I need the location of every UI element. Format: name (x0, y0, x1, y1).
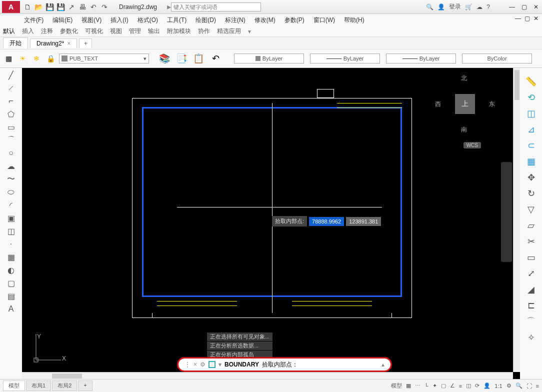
cmdline-expand-icon[interactable]: ▴ (382, 361, 384, 368)
login-link[interactable]: 登录 (449, 2, 461, 11)
menu-insert[interactable]: 插入(I) (110, 16, 128, 24)
cmdline-toggle-icon[interactable]: ⋮ (184, 361, 190, 368)
tab-current[interactable]: Drawing2*× (30, 38, 77, 48)
layer-dropdown[interactable]: PUB_TEXT▾ (59, 54, 149, 64)
ribbon-tab-visualize[interactable]: 可视化 (85, 27, 103, 36)
open-icon[interactable]: 📂 (34, 2, 43, 12)
app-logo[interactable]: A (2, 1, 20, 13)
close-button[interactable]: ✕ (532, 4, 540, 10)
status-annotation-icon[interactable]: 👤 (484, 382, 490, 389)
menu-help[interactable]: 帮助(H) (344, 16, 364, 24)
status-lwt-icon[interactable]: ≡ (459, 383, 462, 389)
command-line[interactable]: ⋮ × ⚙ ▾ BOUNDARY 拾取内部点： ▴ (177, 357, 392, 372)
scale-tool[interactable]: ⤢ (526, 268, 536, 279)
polygon-tool[interactable]: ⬠ (6, 109, 16, 119)
status-polar-icon[interactable]: ✦ (432, 382, 437, 389)
scissors-tool[interactable]: ✂ (526, 236, 536, 247)
save-icon[interactable]: 💾 (45, 2, 54, 12)
block-tool[interactable]: ◫ (6, 226, 16, 236)
cmdline-dropdown-icon[interactable]: ▾ (218, 361, 222, 368)
ribbon-expand-icon[interactable]: ▾ (248, 28, 251, 35)
status-ortho-icon[interactable]: └ (424, 383, 428, 389)
ellipsearc-tool[interactable]: ◜ (6, 200, 16, 210)
status-customize-icon[interactable]: ≡ (536, 383, 539, 389)
rectangle-array-tool[interactable]: ▦ (526, 156, 536, 167)
status-max-icon[interactable]: ⛶ (526, 383, 532, 389)
layer-on-icon[interactable]: ☀ (17, 53, 28, 64)
polyline-tool[interactable]: ⌐ (6, 96, 16, 106)
hatch-tool[interactable]: ▦ (6, 252, 16, 262)
circle-tool[interactable]: ○ (6, 148, 16, 158)
linetype-dropdown[interactable]: ByLayer (310, 54, 380, 64)
text-tool[interactable]: A (6, 304, 16, 314)
new-icon[interactable]: 🗋 (23, 2, 32, 12)
layer-iso-icon[interactable]: 📑 (174, 51, 189, 66)
ribbon-tab-default[interactable]: 默认 (3, 27, 15, 36)
trim-tool[interactable]: ▽ (526, 204, 536, 215)
view-cube[interactable]: 北 南 西 东 上 (435, 74, 495, 134)
coord-x-value[interactable]: 78888.9962 (309, 217, 344, 226)
ribbon-tab-annotate[interactable]: 注释 (41, 27, 53, 36)
layer-freeze-icon[interactable]: ❄ (31, 53, 42, 64)
help-icon[interactable]: ? (486, 4, 490, 10)
ellipse-tool[interactable]: ⬭ (6, 187, 16, 197)
measure-tool[interactable]: 📏 (526, 76, 536, 87)
drawing-canvas[interactable]: 北 南 西 东 上 WCS 拾取内部点: 78888.9962 123891.3… (22, 68, 520, 379)
redo-icon[interactable]: ↷ (100, 2, 109, 12)
undo-icon[interactable]: ↶ (89, 2, 98, 12)
viewcube-west[interactable]: 西 (435, 100, 441, 108)
ribbon-tab-output[interactable]: 输出 (148, 27, 160, 36)
viewcube-north[interactable]: 北 (461, 74, 467, 82)
offset-tool[interactable]: ◫ (526, 108, 536, 119)
ribbon-tab-manage[interactable]: 管理 (129, 27, 141, 36)
gradient-tool[interactable]: ◐ (6, 265, 16, 275)
cmdline-customize-icon[interactable]: ⚙ (200, 361, 206, 368)
region-tool[interactable]: ▢ (6, 278, 16, 288)
print-icon[interactable]: 🖶 (78, 2, 87, 12)
cart-icon[interactable]: 🛒 (465, 4, 472, 10)
tab-start[interactable]: 开始 (3, 38, 28, 48)
layer-lock-icon[interactable]: 🔒 (45, 53, 56, 64)
maximize-button[interactable]: ▢ (520, 4, 528, 10)
share-icon[interactable]: ↗ (67, 2, 76, 12)
minimize-button[interactable]: — (508, 4, 516, 10)
break-tool[interactable]: ⊏ (526, 300, 536, 311)
tab-close-icon[interactable]: × (67, 40, 70, 47)
extend-tool[interactable]: ▱ (526, 220, 536, 231)
status-snap-icon[interactable]: ⋯ (415, 382, 420, 389)
explode-tool[interactable]: ✧ (526, 332, 536, 343)
xline-tool[interactable]: ⟋ (6, 83, 16, 93)
rectangle-tool[interactable]: ▭ (6, 122, 16, 132)
model-tab[interactable]: 模型 (3, 380, 25, 391)
insert-tool[interactable]: ▣ (6, 213, 16, 223)
ribbon-tab-parametric[interactable]: 参数化 (60, 27, 78, 36)
search-icon[interactable]: 🔍 (426, 4, 434, 10)
vertical-scrollbar[interactable] (513, 68, 520, 372)
array-tool[interactable]: ⊿ (526, 124, 536, 135)
menu-dimension[interactable]: 标注(N) (225, 16, 246, 24)
navigation-bar[interactable] (501, 162, 512, 262)
viewcube-top[interactable]: 上 (455, 94, 475, 114)
status-grid-icon[interactable]: ▦ (406, 382, 411, 389)
cmdline-close-icon[interactable]: × (194, 361, 197, 368)
status-zoom-icon[interactable]: 🔍 (516, 382, 522, 389)
layout2-tab[interactable]: 布局2 (52, 380, 77, 391)
mirror-tool[interactable]: ⟲ (526, 92, 536, 103)
point-tool[interactable]: · (6, 239, 16, 249)
doc-restore-button[interactable]: ▢ (523, 15, 531, 22)
menu-view[interactable]: 视图(V) (82, 16, 102, 24)
ribbon-tab-insert[interactable]: 插入 (22, 27, 34, 36)
status-scale[interactable]: 1:1 (494, 383, 502, 389)
doc-close-button[interactable]: ✕ (532, 15, 540, 22)
status-model[interactable]: 模型 (391, 382, 402, 390)
tab-new-button[interactable]: + (79, 38, 92, 48)
status-gear-icon[interactable]: ⚙ (506, 382, 512, 389)
menu-draw[interactable]: 绘图(D) (196, 16, 216, 24)
ribbon-tab-view[interactable]: 视图 (110, 27, 122, 36)
layer-prev-icon[interactable]: ↶ (208, 51, 223, 66)
user-icon[interactable]: 👤 (438, 4, 445, 10)
menu-file[interactable]: 文件(F) (24, 16, 44, 24)
layer-match-icon[interactable]: 📋 (191, 51, 206, 66)
menu-edit[interactable]: 编辑(E) (52, 16, 72, 24)
revcloud-tool[interactable]: ☁ (6, 161, 16, 171)
